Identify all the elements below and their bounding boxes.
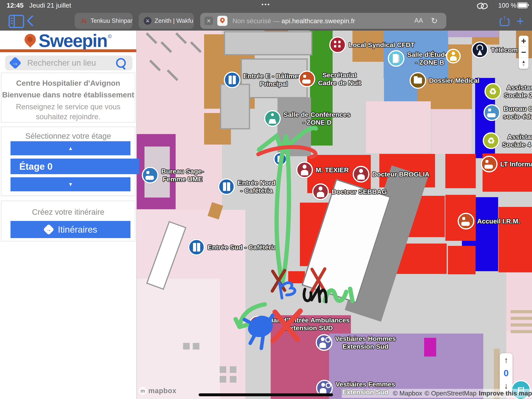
- floor-zone: [220, 376, 226, 383]
- map-attribution: © Mapbox © OpenStreetMap Improve this ma…: [342, 389, 532, 398]
- floor-zone: [511, 330, 532, 333]
- poi-m-texier[interactable]: M. TEXIER: [296, 161, 349, 178]
- floor-zone: [511, 323, 532, 327]
- person-icon: [312, 183, 329, 200]
- itineraries-button[interactable]: → Itinéraires: [11, 221, 130, 238]
- browser-tab-tenkuu[interactable]: Js Tenkuu Shinpan: [75, 13, 133, 29]
- route-card: Créez votre itinéraire → Itinéraires: [1, 201, 135, 241]
- poi-staff-unlabeled[interactable]: [446, 49, 461, 64]
- tab-label: Tenkuu Shinpan: [90, 17, 133, 24]
- poi-label: Entrée Nord- Cafétéria: [238, 179, 276, 194]
- safari-toolbar: Js Tenkuu Shinpan ⚔ Zenith | Wakfu B ✕ N…: [0, 10, 532, 31]
- poi-entree-e-batiment-principal[interactable]: Entrée E - BâtimentPrincipal: [224, 71, 304, 88]
- poi-vestiaires-hommes-extension-sud[interactable]: Vestiaires HommesExtension Sud: [316, 334, 396, 351]
- desk-icon: [142, 167, 158, 184]
- poi-salle-etudes-zone-b[interactable]: Salle d'Études- ZONE B: [388, 50, 452, 67]
- floor-zone: [230, 366, 236, 373]
- tab-favicon-zenith: ⚔: [144, 17, 152, 25]
- desk-icon: [458, 213, 474, 230]
- reload-icon[interactable]: ↻: [431, 16, 438, 26]
- mapbox-logo[interactable]: m mapbox: [139, 387, 177, 395]
- poi-accueil-irm[interactable]: Accueil I.R.M.: [458, 213, 520, 230]
- search-input[interactable]: → Rechercher un lieu: [5, 56, 133, 70]
- browser-tab-zenith[interactable]: ⚔ Zenith | Wakfu B: [139, 13, 194, 29]
- social-icon: [484, 83, 501, 100]
- poi-secretariat-cadre-de-nuit[interactable]: SecrétariatCadre de Nuit: [298, 71, 361, 87]
- door-icon: [188, 239, 205, 256]
- poi-dossier-medical[interactable]: Dossier Médical: [410, 72, 479, 89]
- desk-icon: [483, 104, 500, 121]
- poi-bureau-cadre-socio-educatif[interactable]: Bureau Cadrsocio-éducat: [483, 104, 532, 121]
- sweepin-sidebar: Sweepin © → Rechercher un lieu Centre Ho…: [0, 31, 137, 399]
- attr-mapbox[interactable]: © Mapbox: [393, 390, 422, 397]
- battery-percent: 100 %: [498, 2, 516, 9]
- floor-zone: [445, 154, 476, 188]
- poi-label: Docteur SEBBAG: [332, 188, 387, 196]
- poi-label: Télécom: [491, 46, 518, 54]
- poi-elevator[interactable]: [273, 152, 287, 166]
- poi-assistante-sociale-4[interactable]: AssistanteSociale 4 - ZO: [483, 132, 532, 149]
- darkred-x-ink: [272, 270, 285, 291]
- floor-zone: [448, 246, 475, 274]
- poi-lt-informatique[interactable]: LT Informatiq: [481, 156, 532, 172]
- url-host: api.healthcare.sweepin.fr: [281, 17, 355, 25]
- tab-sidebar-toggle-icon[interactable]: [9, 15, 24, 28]
- floor-up-button[interactable]: ▲: [11, 141, 130, 155]
- close-tab-icon[interactable]: ✕: [204, 17, 213, 25]
- floor-zone: [431, 109, 471, 154]
- floor-zone: [230, 376, 236, 383]
- search-placeholder: Rechercher un lieu: [27, 58, 116, 68]
- poi-telecom[interactable]: Télécom: [471, 41, 518, 58]
- tab-label: Zenith | Wakfu B: [155, 17, 194, 24]
- poi-salle-de-conferences-zone-d[interactable]: Salle de Conférences- ZONE D: [264, 110, 350, 127]
- hotspot-link-icon: [477, 3, 488, 8]
- attr-improve-link[interactable]: Improve this map: [479, 390, 532, 397]
- zoom-out-button[interactable]: −: [519, 47, 528, 58]
- poi-label: AssistanteSociale 2 - Z: [504, 84, 532, 99]
- floor-up-arrow[interactable]: ↑: [504, 355, 508, 365]
- lectern-icon: [264, 110, 281, 127]
- tilt-button[interactable]: ▲▼: [519, 58, 528, 69]
- poi-hall-entree-ambulances[interactable]: Hall d'Entrée AmbulancesExtension SUD: [249, 316, 350, 332]
- share-icon[interactable]: ↑: [500, 15, 509, 26]
- poi-entree-nord-cafeteria[interactable]: Entrée Nord- Cafétéria: [218, 178, 276, 195]
- poi-label: AssistanteSociale 4 - ZO: [502, 133, 532, 148]
- url-bar[interactable]: ✕ Non sécurisé — api.healthcare.sweepin.…: [200, 13, 446, 29]
- multitask-dots[interactable]: •••: [261, 1, 271, 8]
- indoor-map[interactable]: Local Syndical CFDTSalle d'Études- ZONE …: [136, 31, 532, 399]
- poi-label: Local Syndical CFDT: [349, 41, 415, 49]
- back-icon[interactable]: [27, 15, 38, 26]
- clock: 12:45: [7, 1, 24, 9]
- new-tab-icon[interactable]: +: [516, 14, 524, 28]
- url-text: Non sécurisé — api.healthcare.sweepin.fr: [233, 17, 355, 25]
- poi-label: Entrée E - BâtimentPrincipal: [243, 72, 304, 88]
- person-icon: [353, 166, 369, 183]
- floor-zone: [224, 31, 312, 55]
- door-icon: [218, 178, 235, 195]
- search-icon[interactable]: [116, 58, 126, 68]
- poi-docteur-sebbag[interactable]: Docteur SEBBAG: [312, 183, 387, 200]
- zoom-in-button[interactable]: +: [519, 36, 528, 47]
- poi-bureau-sage-femme-ume[interactable]: Bureau Sage-Femme UME: [142, 167, 204, 184]
- poi-label: Bureau Cadrsocio-éducat: [503, 105, 532, 120]
- map-floor-control: ↑ 0 ↓: [500, 353, 513, 393]
- desk-icon: [481, 156, 498, 172]
- poi-assistante-sociale-2[interactable]: AssistanteSociale 2 - Z: [484, 83, 532, 100]
- floor-zone: [511, 317, 532, 320]
- book-icon: [388, 50, 405, 67]
- floor-zone: [136, 279, 220, 399]
- poi-docteur-broglia[interactable]: Docteur BROGLIA: [353, 166, 430, 183]
- poi-label: Docteur BROGLIA: [372, 170, 430, 178]
- tab-favicon-js: Js: [80, 17, 88, 25]
- poi-label: Bureau Sage-Femme UME: [161, 167, 204, 183]
- attr-osm[interactable]: © OpenStreetMap: [424, 390, 476, 397]
- reader-aa-button[interactable]: AA: [414, 17, 423, 24]
- floor-value: 0: [504, 368, 509, 378]
- poi-label: Vestiaires HommesExtension Sud: [335, 335, 396, 350]
- floor-zone: [288, 271, 305, 283]
- poi-entree-sud-cafeteria[interactable]: Entrée Sud - Cafétéria: [188, 239, 277, 256]
- home-indicator[interactable]: [199, 393, 333, 396]
- floor-down-button[interactable]: ▼: [11, 177, 130, 191]
- floor-selector-title: Sélectionnez votre étage: [1, 132, 135, 141]
- current-floor-button[interactable]: Étage 0: [11, 159, 139, 174]
